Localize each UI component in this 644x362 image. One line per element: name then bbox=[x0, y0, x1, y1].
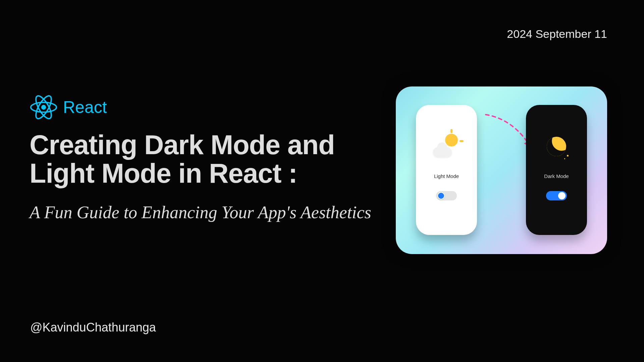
phone-light-mockup: Light Mode bbox=[416, 105, 477, 235]
phone-dark-mockup: Dark Mode bbox=[526, 105, 587, 235]
light-mode-label: Light Mode bbox=[434, 173, 459, 179]
dark-mode-label: Dark Mode bbox=[544, 173, 569, 179]
react-label: React bbox=[63, 98, 107, 117]
react-logo-icon bbox=[30, 94, 57, 121]
article-subtitle: A Fun Guide to Enhancing Your App's Aest… bbox=[30, 201, 372, 224]
sun-cloud-icon bbox=[435, 135, 458, 158]
author-handle: @KavinduChathuranga bbox=[30, 320, 156, 335]
react-brand: React bbox=[30, 94, 107, 121]
light-mode-toggle bbox=[436, 191, 457, 200]
moon-icon bbox=[545, 135, 568, 158]
svg-point-0 bbox=[41, 105, 46, 110]
dark-mode-toggle bbox=[546, 191, 567, 200]
publish-date: 2024 September 11 bbox=[507, 27, 607, 41]
article-title: Creating Dark Mode and Light Mode in Rea… bbox=[30, 131, 372, 188]
theme-illustration: Light Mode Dark Mode bbox=[396, 86, 607, 254]
